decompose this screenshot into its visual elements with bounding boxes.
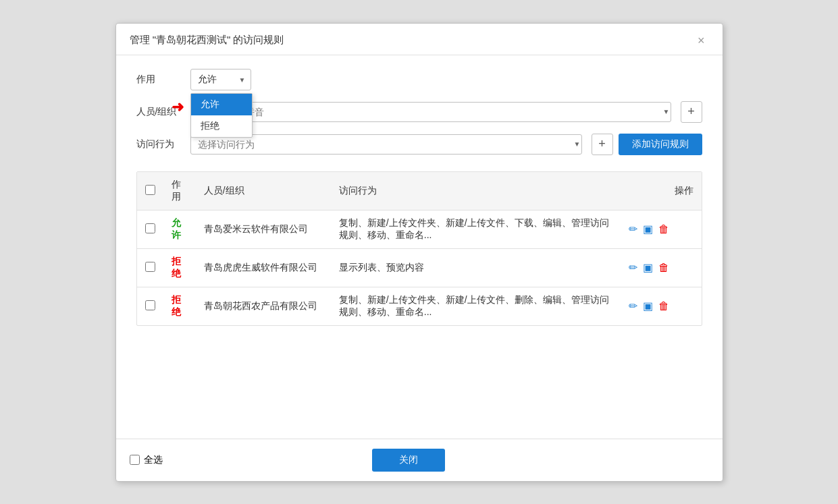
row-3-org: 青岛朝花西农产品有限公司 bbox=[196, 287, 331, 325]
copy-button[interactable]: ▣ bbox=[643, 223, 653, 235]
dialog: 管理 "青岛朝花西测试" 的访问规则 × 作用 允许 ▼ 允许 拒绝 bbox=[115, 23, 723, 482]
select-all-checkbox[interactable] bbox=[130, 455, 140, 465]
person-control: ▼ + bbox=[190, 101, 702, 123]
person-input[interactable] bbox=[190, 102, 671, 122]
role-select[interactable]: 允许 bbox=[190, 69, 251, 90]
row-2-op: ✏ ▣ 🗑 bbox=[621, 248, 702, 287]
close-footer-button[interactable]: 关闭 bbox=[372, 449, 445, 472]
dialog-header: 管理 "青岛朝花西测试" 的访问规则 × bbox=[116, 24, 723, 55]
row-3-op: ✏ ▣ 🗑 bbox=[621, 287, 702, 325]
row-1-action-icons: ✏ ▣ 🗑 bbox=[629, 223, 693, 235]
role-dropdown: 允许 拒绝 bbox=[190, 93, 253, 138]
row-checkbox-cell bbox=[137, 210, 163, 248]
delete-button[interactable]: 🗑 bbox=[658, 262, 669, 274]
edit-button[interactable]: ✏ bbox=[629, 300, 637, 312]
edit-button[interactable]: ✏ bbox=[629, 223, 637, 235]
header-checkbox[interactable] bbox=[145, 185, 155, 195]
table-row: 拒绝 青岛朝花西农产品有限公司 复制、新建/上传文件夹、新建/上传文件、删除、编… bbox=[137, 287, 702, 325]
role-row: 作用 允许 ▼ 允许 拒绝 ➜ bbox=[136, 69, 702, 90]
row-2-checkbox[interactable] bbox=[145, 262, 155, 272]
edit-button[interactable]: ✏ bbox=[629, 261, 637, 274]
dialog-body: 作用 允许 ▼ 允许 拒绝 ➜ 人员/组织 bbox=[116, 55, 723, 439]
row-2-status: 拒绝 bbox=[163, 248, 196, 287]
close-icon[interactable]: × bbox=[693, 33, 709, 48]
table-header-actions: 访问行为 bbox=[331, 172, 621, 211]
role-label: 作用 bbox=[136, 74, 190, 86]
access-add-button[interactable]: + bbox=[592, 134, 613, 155]
row-1-checkbox[interactable] bbox=[145, 223, 155, 233]
dialog-title: 管理 "青岛朝花西测试" 的访问规则 bbox=[130, 34, 284, 47]
table-header-row: 作用 人员/组织 访问行为 操作 bbox=[137, 172, 702, 211]
access-label: 访问行为 bbox=[136, 138, 190, 150]
copy-button[interactable]: ▣ bbox=[643, 300, 653, 312]
row-2-action-icons: ✏ ▣ 🗑 bbox=[629, 261, 693, 274]
access-rules-table: 作用 人员/组织 访问行为 操作 允许 青岛爱米云软件有限公司 复制、新建/上传… bbox=[136, 171, 702, 326]
row-checkbox-cell bbox=[137, 287, 163, 325]
table-header-op: 操作 bbox=[621, 172, 702, 211]
row-1-org: 青岛爱米云软件有限公司 bbox=[196, 210, 331, 248]
access-control: ▼ + 添加访问规则 bbox=[190, 134, 702, 155]
row-3-status: 拒绝 bbox=[163, 287, 196, 325]
dropdown-item-allow[interactable]: 允许 bbox=[191, 94, 252, 115]
row-3-action-icons: ✏ ▣ 🗑 bbox=[629, 300, 693, 312]
table-header-org: 人员/组织 bbox=[196, 172, 331, 211]
copy-button[interactable]: ▣ bbox=[643, 261, 653, 274]
row-2-org: 青岛虎虎生威软件有限公司 bbox=[196, 248, 331, 287]
table-header-checkbox bbox=[137, 172, 163, 211]
row-3-checkbox[interactable] bbox=[145, 300, 155, 310]
add-rule-button[interactable]: 添加访问规则 bbox=[619, 134, 702, 155]
select-all-label: 全选 bbox=[144, 454, 163, 466]
dialog-footer: 全选 关闭 bbox=[116, 439, 723, 481]
table-row: 拒绝 青岛虎虎生威软件有限公司 显示列表、预览内容 ✏ ▣ 🗑 bbox=[137, 248, 702, 287]
select-all-section: 全选 bbox=[130, 454, 163, 466]
red-arrow-icon: ➜ bbox=[172, 99, 184, 116]
role-control: 允许 ▼ 允许 拒绝 ➜ bbox=[190, 69, 702, 90]
delete-button[interactable]: 🗑 bbox=[658, 223, 669, 235]
row-1-status: 允许 bbox=[163, 210, 196, 248]
delete-button[interactable]: 🗑 bbox=[658, 300, 669, 312]
person-add-button[interactable]: + bbox=[681, 101, 702, 123]
row-2-actions: 显示列表、预览内容 bbox=[331, 248, 621, 287]
row-1-op: ✏ ▣ 🗑 bbox=[621, 210, 702, 248]
role-select-wrapper: 允许 ▼ 允许 拒绝 bbox=[190, 69, 251, 90]
row-checkbox-cell bbox=[137, 248, 163, 287]
row-3-actions: 复制、新建/上传文件夹、新建/上传文件、删除、编辑、管理访问规则、移动、重命名.… bbox=[331, 287, 621, 325]
row-1-actions: 复制、新建/上传文件夹、新建/上传文件、下载、编辑、管理访问规则、移动、重命名.… bbox=[331, 210, 621, 248]
dropdown-item-deny[interactable]: 拒绝 bbox=[191, 115, 252, 137]
table-header-status: 作用 bbox=[163, 172, 196, 211]
table-row: 允许 青岛爱米云软件有限公司 复制、新建/上传文件夹、新建/上传文件、下载、编辑… bbox=[137, 210, 702, 248]
